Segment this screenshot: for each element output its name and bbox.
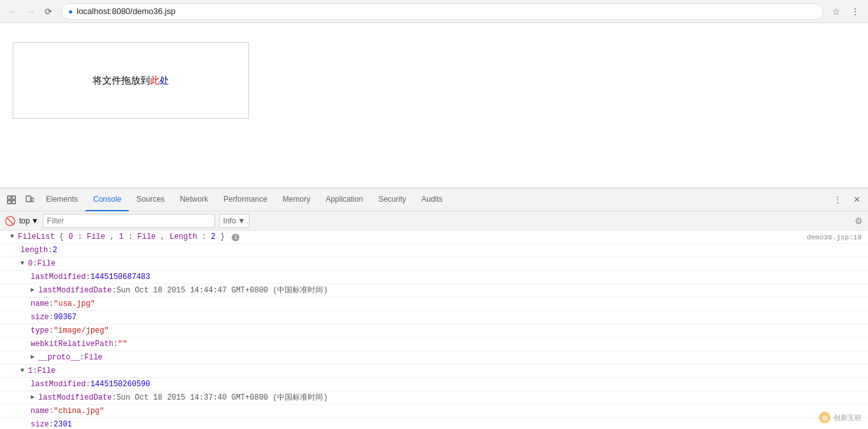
svg-rect-5 (31, 198, 33, 202)
nav-buttons: ← → ⟳ (5, 4, 56, 19)
console-line-item0-name: name : "usa.jpg" (0, 297, 868, 311)
svg-rect-2 (8, 200, 11, 204)
context-label: top (19, 216, 30, 225)
lock-icon: ● (68, 7, 73, 16)
console-toolbar: 🚫 top ▼ Info ▼ ⚙ (0, 211, 868, 230)
tab-console[interactable]: Console (86, 188, 129, 211)
console-settings-icon[interactable]: ⚙ (853, 215, 864, 227)
reload-button[interactable]: ⟳ (41, 4, 56, 19)
devtools-header: Elements Console Sources Network Perform… (0, 188, 868, 211)
forward-button[interactable]: → (23, 4, 38, 19)
log-level-label: Info (223, 216, 236, 225)
item0-toggle[interactable]: ▼ (20, 258, 27, 269)
console-line-item1-header: ▼ 1 : File (0, 365, 868, 378)
console-line-item1-size: size : 2301 (0, 418, 868, 429)
browser-chrome: ← → ⟳ ● localhost:8080/demo36.jsp ☆ ⋮ (0, 0, 868, 23)
tab-sources[interactable]: Sources (129, 188, 172, 211)
tab-application[interactable]: Application (318, 188, 371, 211)
console-line-filelist-header: ▼ FileList { 0 : File , 1 : File , Lengt… (0, 230, 868, 244)
log-level-dropdown[interactable]: Info ▼ (219, 214, 250, 228)
console-line-item0-lastmodified: lastModified : 1445150687483 (0, 271, 868, 284)
svg-text:创: 创 (821, 415, 828, 421)
devtools-header-right: ⋮ ✕ (828, 191, 865, 209)
console-line-item0-proto: ► __proto__ : File (0, 351, 868, 365)
context-dropdown-icon: ▼ (31, 216, 39, 225)
context-selector[interactable]: top ▼ (19, 216, 39, 225)
page-content: 将文件拖放到此处 (0, 42, 868, 188)
tab-audits[interactable]: Audits (414, 188, 450, 211)
watermark-text: 创新互联 (834, 413, 862, 423)
browser-toolbar-right: ☆ ⋮ (828, 4, 863, 19)
devtools-tabs: Elements Console Sources Network Perform… (38, 188, 451, 211)
filelist-header-text: FileList { 0 : File , 1 : File , Length … (18, 231, 239, 243)
svg-rect-0 (8, 196, 11, 199)
console-line-item1-name: name : "china.jpg" (0, 405, 868, 418)
console-line-item0-header: ▼ 0 : File (0, 257, 868, 271)
item1-lastmodifieddate-toggle[interactable]: ► (31, 392, 37, 403)
svg-rect-4 (26, 196, 31, 202)
address-bar[interactable]: ● localhost:8080/demo36.jsp (61, 3, 823, 20)
back-button[interactable]: ← (5, 4, 20, 19)
drop-text-prefix: 将文件拖放到 (93, 75, 150, 86)
drop-zone-text: 将文件拖放到此处 (93, 75, 169, 87)
console-line-item1-lastmodifieddate: ► lastModifiedDate : Sun Oct 18 2015 14:… (0, 391, 868, 405)
drop-text-red: 此 (150, 75, 160, 86)
watermark: 创 创新互联 (818, 411, 862, 424)
console-line-item0-webkitrelativepath: webkitRelativePath : "" (0, 338, 868, 351)
more-tools-button[interactable]: ⋮ (828, 191, 846, 209)
bookmark-icon[interactable]: ☆ (828, 4, 844, 19)
inspect-element-button[interactable] (3, 191, 20, 209)
watermark-logo-icon: 创 (818, 411, 831, 424)
drop-zone[interactable]: 将文件拖放到此处 (13, 42, 249, 119)
tab-elements[interactable]: Elements (38, 188, 86, 211)
close-devtools-button[interactable]: ✕ (848, 191, 865, 209)
console-content: ▼ FileList { 0 : File , 1 : File , Lengt… (0, 230, 868, 429)
tab-memory[interactable]: Memory (275, 188, 318, 211)
tab-network[interactable]: Network (172, 188, 216, 211)
console-filter-input[interactable] (43, 214, 215, 228)
console-line-item0-lastmodifieddate: ► lastModifiedDate : Sun Oct 18 2015 14:… (0, 284, 868, 297)
console-line-item0-type: type : "image/jpeg" (0, 324, 868, 338)
info-icon[interactable]: i (232, 234, 239, 241)
console-line-item0-size: size : 90367 (0, 311, 868, 324)
drop-text-suffix: 处 (160, 75, 169, 86)
source-link[interactable]: demo36.jsp:19 (807, 232, 862, 243)
item1-toggle[interactable]: ▼ (20, 365, 27, 377)
svg-rect-3 (12, 200, 15, 204)
clear-console-button[interactable]: 🚫 (4, 215, 15, 227)
item0-proto-toggle[interactable]: ► (31, 352, 37, 363)
console-line-length: length : 2 (0, 244, 868, 257)
url-text: localhost:8080/demo36.jsp (77, 6, 816, 16)
console-line-item1-lastmodified: lastModified : 1445150260590 (0, 378, 868, 391)
browser-menu-icon[interactable]: ⋮ (848, 4, 863, 19)
tab-security[interactable]: Security (371, 188, 414, 211)
devtools-panel: Elements Console Sources Network Perform… (0, 188, 868, 429)
filelist-toggle[interactable]: ▼ (10, 231, 17, 243)
log-level-dropdown-icon: ▼ (238, 216, 246, 225)
item0-lastmodifieddate-toggle[interactable]: ► (31, 285, 37, 296)
device-toolbar-button[interactable] (20, 191, 38, 209)
svg-rect-1 (12, 196, 15, 199)
tab-performance[interactable]: Performance (216, 188, 275, 211)
